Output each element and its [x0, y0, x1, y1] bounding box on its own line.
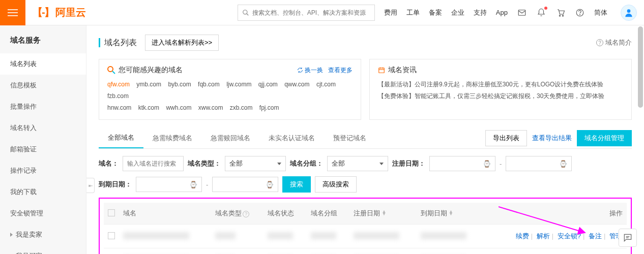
brand-logo[interactable]: 【-】 阿里云 — [33, 6, 86, 19]
tab-all[interactable]: 全部域名 — [99, 128, 143, 148]
news-line-1[interactable]: 【最新活动】公司注册9.9元起，商标注册低至300元，更有LOGO设计免费在线体… — [378, 79, 623, 90]
refresh-link[interactable]: 换一换 — [297, 66, 323, 75]
col-domain[interactable]: 域名 — [119, 203, 211, 225]
sidebar-item-transfer[interactable]: 域名转入 — [0, 117, 86, 139]
group-manage-button[interactable]: 域名分组管理 — [577, 130, 632, 146]
tab-prereg[interactable]: 预登记域名 — [324, 129, 375, 148]
header-nav: 费用 工单 备案 企业 支持 App 简体 — [384, 5, 637, 21]
domain-link[interactable]: qjj.com — [258, 81, 278, 88]
action-lock[interactable]: 安全锁? — [558, 232, 581, 240]
goto-dns-button[interactable]: 进入域名解析列表>> — [145, 35, 219, 51]
sidebar-item-batch[interactable]: 批量操作 — [0, 96, 86, 117]
svg-rect-5 — [518, 10, 525, 15]
scrollbar-thumb[interactable] — [638, 26, 643, 108]
cell-domain — [123, 232, 189, 239]
domain-link[interactable]: cjt.com — [316, 81, 336, 88]
svg-line-13 — [112, 71, 115, 74]
nav-app[interactable]: App — [496, 9, 508, 16]
search-button[interactable]: 搜索 — [282, 176, 311, 193]
domain-link[interactable]: wwh.com — [166, 104, 191, 111]
exp-date-label: 到期日期： — [99, 180, 132, 189]
filter-row-1: 域名： 域名类型： 全部 域名分组： 全部 注册日期： ⌚ - ⌚ — [99, 156, 632, 171]
question-icon: ? — [577, 232, 581, 240]
exp-date-from[interactable]: ⌚ — [136, 177, 202, 192]
sidebar-item-log[interactable]: 操作记录 — [0, 160, 86, 181]
col-type[interactable]: 域名类型? — [211, 203, 264, 225]
search-input[interactable] — [252, 9, 370, 16]
nav-enterprise[interactable]: 企业 — [451, 8, 464, 17]
exp-date-to[interactable]: ⌚ — [212, 177, 278, 192]
caret-icon — [10, 233, 13, 237]
domain-link[interactable]: fzb.com — [107, 92, 129, 100]
action-renew[interactable]: 续费 — [516, 232, 529, 240]
type-select[interactable]: 全部 — [225, 156, 286, 171]
domain-link[interactable]: byb.com — [168, 81, 191, 88]
more-link[interactable]: 查看更多 — [328, 66, 353, 75]
lang-switch[interactable]: 简体 — [594, 8, 607, 17]
sidebar-item-seller[interactable]: 我是卖家 — [0, 224, 86, 245]
col-expdate[interactable]: 到期日期▲▼ — [417, 203, 484, 225]
interest-card: 您可能感兴趣的域名 换一换 查看更多 qfw.com ymb.com byb.c… — [99, 59, 361, 120]
sidebar-item-domain-list[interactable]: 域名列表 — [0, 53, 86, 75]
view-export-link[interactable]: 查看导出结果 — [532, 134, 572, 143]
nav-ticket[interactable]: 工单 — [406, 8, 420, 17]
sidebar-item-lock[interactable]: 安全锁管理 — [0, 203, 86, 224]
tab-renew[interactable]: 急需续费域名 — [143, 129, 201, 148]
group-filter-label: 域名分组： — [290, 159, 323, 168]
domain-link[interactable]: ymb.com — [136, 81, 161, 88]
nav-support[interactable]: 支持 — [474, 8, 487, 17]
reg-date-label: 注册日期： — [392, 159, 425, 168]
export-button[interactable]: 导出列表 — [485, 130, 527, 146]
sidebar-item-email[interactable]: 邮箱验证 — [0, 139, 86, 160]
domain-link[interactable]: xww.com — [198, 104, 223, 111]
question-icon: ? — [243, 211, 249, 217]
tab-unverified[interactable]: 未实名认证域名 — [259, 129, 324, 148]
domain-filter-input[interactable] — [123, 156, 184, 171]
domain-link[interactable]: fqb.com — [198, 81, 220, 88]
cart-icon[interactable] — [555, 8, 566, 18]
domain-link[interactable]: ljw.comm — [226, 81, 251, 88]
group-select[interactable]: 全部 — [327, 156, 388, 171]
action-remark[interactable]: 备注 — [589, 232, 602, 240]
bell-icon[interactable] — [536, 8, 546, 18]
search-icon — [242, 9, 249, 16]
menu-toggle[interactable] — [0, 0, 25, 25]
action-resolve[interactable]: 解析 — [537, 232, 550, 240]
domain-link[interactable]: zxb.com — [230, 104, 253, 111]
domain-brief-link[interactable]: ?域名简介 — [596, 38, 632, 47]
message-icon[interactable] — [517, 8, 527, 18]
nav-fee[interactable]: 费用 — [384, 8, 397, 17]
reg-date-from[interactable]: ⌚ — [429, 156, 495, 171]
sidebar-item-download[interactable]: 我的下载 — [0, 181, 86, 203]
advanced-search-button[interactable]: 高级搜索 — [315, 176, 357, 193]
col-regdate[interactable]: 注册日期▲▼ — [349, 203, 417, 225]
help-icon[interactable] — [575, 8, 585, 18]
domain-link[interactable]: hnw.com — [107, 104, 131, 111]
news-line-2[interactable]: 【免费体验】智能记账工具，仅需三步轻松搞定记账报税，30天免费使用，立即体验 — [378, 90, 623, 102]
tab-redeem[interactable]: 急需赎回域名 — [201, 129, 259, 148]
nav-beian[interactable]: 备案 — [429, 8, 442, 17]
cell-regdate — [354, 232, 399, 239]
global-search[interactable] — [238, 5, 375, 21]
domain-link[interactable]: qfw.com — [107, 81, 130, 88]
top-header: 【-】 阿里云 费用 工单 备案 企业 支持 App 简体 — [0, 0, 644, 25]
user-avatar[interactable] — [621, 5, 637, 21]
vertical-scrollbar[interactable] — [638, 26, 643, 253]
page-title: 域名列表 — [104, 38, 137, 48]
chat-float-button[interactable] — [619, 229, 637, 247]
domain-link[interactable]: fpj.com — [259, 104, 279, 111]
sidebar-item-buyer[interactable]: 我是买家 — [0, 245, 86, 254]
col-group[interactable]: 域名分组 — [307, 203, 349, 225]
select-all-checkbox[interactable] — [108, 209, 115, 216]
chat-icon — [623, 233, 633, 243]
row-checkbox[interactable] — [108, 232, 115, 239]
filter-row-2: 到期日期： ⌚ - ⌚ 搜索 高级搜索 — [99, 176, 632, 193]
reg-date-to[interactable]: ⌚ — [506, 156, 572, 171]
magnifier-icon — [107, 66, 115, 74]
domain-link[interactable]: ktk.com — [138, 104, 159, 111]
main-content: 域名列表 进入域名解析列表>> ?域名简介 您可能感兴趣的域名 换一换 查看更多… — [86, 25, 644, 254]
col-status[interactable]: 域名状态 — [264, 203, 306, 225]
interest-domains: qfw.com ymb.com byb.com fqb.com ljw.comm… — [107, 79, 353, 113]
domain-link[interactable]: qww.com — [284, 81, 309, 88]
sidebar-item-templates[interactable]: 信息模板 — [0, 75, 86, 96]
